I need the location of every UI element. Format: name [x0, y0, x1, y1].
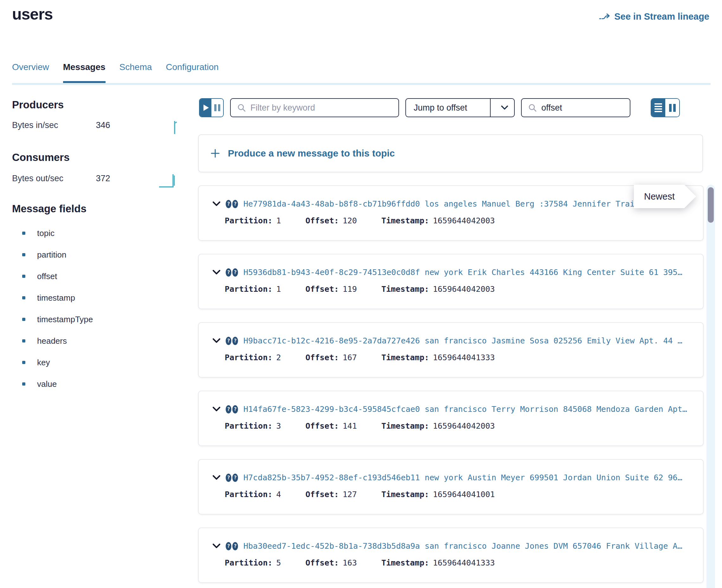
play-pause-toggle: [199, 98, 224, 117]
newest-tooltip: Newest: [634, 185, 696, 208]
unprintable-key-bytes-icon: ??: [226, 337, 238, 345]
field-item-offset[interactable]: offset: [22, 266, 93, 287]
search-icon: [237, 103, 246, 112]
timestamp-value: 1659644042003: [433, 421, 495, 430]
bytes-out-value: 372: [96, 174, 110, 183]
offset-value: 119: [343, 285, 357, 294]
producers-metric-row: Bytes in/sec 346: [12, 120, 189, 130]
timestamp-value: 1659644041333: [433, 353, 495, 362]
message-meta: Partition:1 Offset:120 Timestamp:1659644…: [225, 216, 694, 225]
bytes-in-label: Bytes in/sec: [12, 120, 94, 130]
message-row[interactable]: ?? He77981da-4a43-48ab-b8f8-cb71b96ffdd0…: [198, 185, 704, 241]
message-row[interactable]: ?? H5936db81-b943-4e0f-8c29-74513e0c0d8f…: [198, 254, 704, 309]
play-icon: [204, 105, 209, 111]
stream-lineage-label: See in Stream lineage: [614, 12, 709, 22]
expand-chevron-icon[interactable]: [213, 544, 220, 549]
expand-chevron-icon[interactable]: [213, 202, 220, 207]
partition-value: 2: [276, 353, 281, 362]
tab-overview[interactable]: Overview: [12, 62, 49, 83]
message-key: He77981da-4a43-48ab-b8f8-cb71b96ffdd0 lo…: [243, 199, 694, 208]
messages-toolbar: Jump to offset offset: [199, 98, 680, 117]
tab-configuration[interactable]: Configuration: [166, 62, 219, 83]
message-meta: Partition:5 Offset:163 Timestamp:1659644…: [225, 558, 694, 567]
unprintable-key-bytes-icon: ??: [226, 268, 238, 277]
message-list-scrollbar[interactable]: [706, 185, 715, 588]
producers-sparkline: [171, 119, 178, 134]
partition-value: 5: [276, 558, 281, 567]
message-meta: Partition:1 Offset:119 Timestamp:1659644…: [225, 285, 694, 294]
message-key: H9bacc71c-b12c-4216-8e95-2a7da727e426 sa…: [243, 336, 694, 345]
field-bullet-icon: [22, 339, 25, 342]
message-meta: Partition:4 Offset:127 Timestamp:1659644…: [225, 490, 694, 499]
message-list: ?? He77981da-4a43-48ab-b8f8-cb71b96ffdd0…: [198, 185, 704, 588]
play-button[interactable]: [200, 99, 211, 117]
message-row[interactable]: ?? H9bacc71c-b12c-4216-8e95-2a7da727e426…: [198, 322, 704, 378]
producers-heading: Producers: [12, 99, 64, 111]
field-bullet-icon: [22, 361, 25, 364]
pause-icon: [214, 104, 220, 111]
field-item-timestampType[interactable]: timestampType: [22, 309, 93, 330]
message-row[interactable]: ?? H7cda825b-35b7-4952-88ef-c193d546eb11…: [198, 459, 704, 514]
field-item-timestamp[interactable]: timestamp: [22, 287, 93, 309]
offset-search-field[interactable]: offset: [521, 98, 631, 117]
stream-lineage-icon: [599, 12, 611, 21]
timestamp-value: 1659644042003: [433, 216, 495, 225]
jump-to-offset-select[interactable]: Jump to offset: [405, 98, 515, 117]
plus-icon: [210, 148, 220, 159]
partition-value: 3: [276, 421, 281, 430]
field-bullet-icon: [22, 296, 25, 299]
timestamp-value: 1659644042003: [433, 285, 495, 294]
produce-message-label: Produce a new message to this topic: [228, 148, 395, 159]
expand-chevron-icon[interactable]: [213, 338, 220, 343]
partition-value: 1: [276, 216, 281, 225]
tab-schema[interactable]: Schema: [120, 62, 152, 83]
message-fields-heading: Message fields: [12, 203, 86, 215]
partition-value: 1: [276, 285, 281, 294]
message-row[interactable]: ?? Hba30eed7-1edc-452b-8b1a-738d3b5d8a9a…: [198, 527, 704, 583]
field-item-headers[interactable]: headers: [22, 330, 93, 352]
message-row[interactable]: ?? H14fa67fe-5823-4299-b3c4-595845cfcae0…: [198, 391, 704, 446]
expand-chevron-icon[interactable]: [213, 475, 220, 480]
unprintable-key-bytes-icon: ??: [226, 542, 238, 550]
message-meta: Partition:2 Offset:167 Timestamp:1659644…: [225, 353, 694, 362]
stream-lineage-link[interactable]: See in Stream lineage: [599, 12, 709, 22]
offset-value: 120: [343, 216, 357, 225]
bytes-in-value: 346: [96, 120, 110, 130]
consumers-sparkline: [159, 172, 178, 188]
field-item-partition[interactable]: partition: [22, 244, 93, 266]
field-item-key[interactable]: key: [22, 352, 93, 373]
offset-value: 163: [343, 558, 357, 567]
column-view-icon: [669, 104, 676, 112]
offset-search-value: offset: [541, 103, 562, 113]
field-bullet-icon: [22, 232, 25, 235]
message-key: H5936db81-b943-4e0f-8c29-74513e0c0d8f ne…: [243, 268, 694, 277]
select-divider: [490, 99, 491, 117]
expand-chevron-icon[interactable]: [213, 270, 220, 275]
keyword-filter-input[interactable]: [250, 103, 392, 113]
unprintable-key-bytes-icon: ??: [226, 474, 238, 482]
bytes-out-label: Bytes out/sec: [12, 174, 94, 184]
scrollbar-thumb[interactable]: [708, 187, 714, 223]
view-mode-toggle: [651, 98, 680, 117]
list-view-button[interactable]: [651, 99, 665, 117]
toolbar-spacer: [637, 98, 644, 117]
unprintable-key-bytes-icon: ??: [226, 200, 238, 208]
pause-button[interactable]: [211, 99, 223, 117]
offset-value: 127: [343, 490, 357, 499]
message-key: Hba30eed7-1edc-452b-8b1a-738d3b5d8a9a sa…: [243, 542, 694, 551]
produce-message-button[interactable]: Produce a new message to this topic: [198, 134, 703, 172]
field-bullet-icon: [22, 253, 25, 256]
field-bullet-icon: [22, 382, 25, 385]
timestamp-value: 1659644041333: [433, 558, 495, 567]
message-fields-list: topic partition offset timestamp timesta…: [22, 223, 93, 395]
field-item-topic[interactable]: topic: [22, 223, 93, 244]
tab-underline: [12, 83, 710, 85]
field-bullet-icon: [22, 275, 25, 278]
field-item-value[interactable]: value: [22, 373, 93, 395]
tab-bar: Overview Messages Schema Configuration: [12, 62, 219, 83]
tab-messages[interactable]: Messages: [63, 62, 106, 83]
offset-value: 167: [343, 353, 357, 362]
expand-chevron-icon[interactable]: [213, 407, 220, 412]
newest-tooltip-label: Newest: [644, 191, 675, 202]
column-view-button[interactable]: [665, 99, 679, 117]
